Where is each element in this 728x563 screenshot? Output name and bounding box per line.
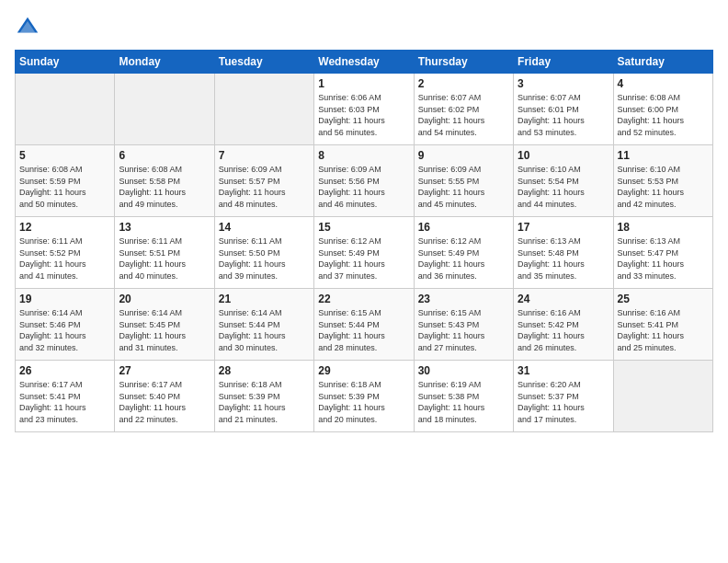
calendar-cell: 25Sunrise: 6:16 AM Sunset: 5:41 PM Dayli… <box>613 289 712 361</box>
header-row <box>15 15 713 40</box>
day-info: Sunrise: 6:16 AM Sunset: 5:41 PM Dayligh… <box>618 307 709 353</box>
day-number: 2 <box>418 77 509 90</box>
day-info: Sunrise: 6:11 AM Sunset: 5:52 PM Dayligh… <box>19 236 110 282</box>
day-info: Sunrise: 6:09 AM Sunset: 5:57 PM Dayligh… <box>219 164 310 210</box>
day-number: 15 <box>318 221 409 234</box>
day-info: Sunrise: 6:07 AM Sunset: 6:01 PM Dayligh… <box>518 92 609 138</box>
calendar-cell: 9Sunrise: 6:09 AM Sunset: 5:55 PM Daylig… <box>414 145 513 217</box>
day-info: Sunrise: 6:08 AM Sunset: 5:58 PM Dayligh… <box>119 164 210 210</box>
day-number: 24 <box>518 293 609 305</box>
day-info: Sunrise: 6:14 AM Sunset: 5:45 PM Dayligh… <box>119 307 210 353</box>
calendar-cell <box>613 361 712 432</box>
day-info: Sunrise: 6:08 AM Sunset: 6:00 PM Dayligh… <box>618 92 709 138</box>
day-info: Sunrise: 6:10 AM Sunset: 5:54 PM Dayligh… <box>518 164 609 210</box>
day-number: 29 <box>318 364 409 377</box>
day-info: Sunrise: 6:09 AM Sunset: 5:56 PM Dayligh… <box>318 164 409 210</box>
day-number: 28 <box>219 364 310 377</box>
day-info: Sunrise: 6:12 AM Sunset: 5:49 PM Dayligh… <box>418 236 509 282</box>
day-info: Sunrise: 6:14 AM Sunset: 5:46 PM Dayligh… <box>19 307 110 353</box>
calendar-cell: 16Sunrise: 6:12 AM Sunset: 5:49 PM Dayli… <box>414 217 513 289</box>
day-info: Sunrise: 6:17 AM Sunset: 5:40 PM Dayligh… <box>119 379 210 425</box>
day-number: 1 <box>318 77 409 90</box>
calendar-cell: 15Sunrise: 6:12 AM Sunset: 5:49 PM Dayli… <box>314 217 414 289</box>
calendar-cell: 28Sunrise: 6:18 AM Sunset: 5:39 PM Dayli… <box>214 361 313 432</box>
calendar-cell: 30Sunrise: 6:19 AM Sunset: 5:38 PM Dayli… <box>414 361 513 432</box>
day-number: 5 <box>19 149 110 162</box>
calendar-cell: 29Sunrise: 6:18 AM Sunset: 5:39 PM Dayli… <box>314 361 414 432</box>
day-info: Sunrise: 6:12 AM Sunset: 5:49 PM Dayligh… <box>318 236 409 282</box>
calendar-table: SundayMondayTuesdayWednesdayThursdayFrid… <box>15 50 713 432</box>
day-number: 27 <box>119 364 210 377</box>
calendar-cell: 17Sunrise: 6:13 AM Sunset: 5:48 PM Dayli… <box>514 217 613 289</box>
calendar-cell: 18Sunrise: 6:13 AM Sunset: 5:47 PM Dayli… <box>613 217 712 289</box>
day-info: Sunrise: 6:18 AM Sunset: 5:39 PM Dayligh… <box>219 379 310 425</box>
day-number: 3 <box>518 77 609 90</box>
day-number: 31 <box>518 364 609 377</box>
calendar-cell: 24Sunrise: 6:16 AM Sunset: 5:42 PM Dayli… <box>514 289 613 361</box>
day-number: 8 <box>318 149 409 162</box>
day-info: Sunrise: 6:15 AM Sunset: 5:44 PM Dayligh… <box>318 307 409 353</box>
day-number: 10 <box>518 149 609 162</box>
day-number: 21 <box>219 293 310 305</box>
day-info: Sunrise: 6:17 AM Sunset: 5:41 PM Dayligh… <box>19 379 110 425</box>
day-header-saturday: Saturday <box>613 51 712 74</box>
calendar-cell <box>16 74 115 145</box>
calendar-cell: 14Sunrise: 6:11 AM Sunset: 5:50 PM Dayli… <box>214 217 313 289</box>
week-row-5: 26Sunrise: 6:17 AM Sunset: 5:41 PM Dayli… <box>16 361 713 432</box>
day-info: Sunrise: 6:10 AM Sunset: 5:53 PM Dayligh… <box>618 164 709 210</box>
day-number: 11 <box>618 149 709 162</box>
calendar-cell: 1Sunrise: 6:06 AM Sunset: 6:03 PM Daylig… <box>314 74 414 145</box>
day-info: Sunrise: 6:06 AM Sunset: 6:03 PM Dayligh… <box>318 92 409 138</box>
day-header-friday: Friday <box>514 51 613 74</box>
day-info: Sunrise: 6:18 AM Sunset: 5:39 PM Dayligh… <box>318 379 409 425</box>
day-number: 20 <box>119 293 210 305</box>
calendar-cell: 7Sunrise: 6:09 AM Sunset: 5:57 PM Daylig… <box>214 145 313 217</box>
calendar-cell: 8Sunrise: 6:09 AM Sunset: 5:56 PM Daylig… <box>314 145 414 217</box>
day-number: 16 <box>418 221 509 234</box>
logo <box>15 15 44 40</box>
day-number: 25 <box>618 293 709 305</box>
day-info: Sunrise: 6:14 AM Sunset: 5:44 PM Dayligh… <box>219 307 310 353</box>
day-number: 18 <box>618 221 709 234</box>
calendar-cell: 12Sunrise: 6:11 AM Sunset: 5:52 PM Dayli… <box>16 217 115 289</box>
calendar-cell: 4Sunrise: 6:08 AM Sunset: 6:00 PM Daylig… <box>613 74 712 145</box>
week-row-3: 12Sunrise: 6:11 AM Sunset: 5:52 PM Dayli… <box>16 217 713 289</box>
calendar-cell <box>214 74 313 145</box>
calendar-cell: 27Sunrise: 6:17 AM Sunset: 5:40 PM Dayli… <box>115 361 214 432</box>
day-info: Sunrise: 6:20 AM Sunset: 5:37 PM Dayligh… <box>518 379 609 425</box>
logo-icon <box>15 15 40 40</box>
header-row-days: SundayMondayTuesdayWednesdayThursdayFrid… <box>16 51 713 74</box>
day-number: 30 <box>418 364 509 377</box>
calendar-cell: 26Sunrise: 6:17 AM Sunset: 5:41 PM Dayli… <box>16 361 115 432</box>
day-info: Sunrise: 6:07 AM Sunset: 6:02 PM Dayligh… <box>418 92 509 138</box>
calendar-cell: 2Sunrise: 6:07 AM Sunset: 6:02 PM Daylig… <box>414 74 513 145</box>
week-row-2: 5Sunrise: 6:08 AM Sunset: 5:59 PM Daylig… <box>16 145 713 217</box>
day-number: 4 <box>618 77 709 90</box>
day-info: Sunrise: 6:11 AM Sunset: 5:50 PM Dayligh… <box>219 236 310 282</box>
day-header-sunday: Sunday <box>16 51 115 74</box>
day-info: Sunrise: 6:09 AM Sunset: 5:55 PM Dayligh… <box>418 164 509 210</box>
day-header-thursday: Thursday <box>414 51 513 74</box>
week-row-1: 1Sunrise: 6:06 AM Sunset: 6:03 PM Daylig… <box>16 74 713 145</box>
calendar-cell: 31Sunrise: 6:20 AM Sunset: 5:37 PM Dayli… <box>514 361 613 432</box>
day-info: Sunrise: 6:13 AM Sunset: 5:47 PM Dayligh… <box>618 236 709 282</box>
day-header-monday: Monday <box>115 51 214 74</box>
calendar-cell: 23Sunrise: 6:15 AM Sunset: 5:43 PM Dayli… <box>414 289 513 361</box>
calendar-cell: 3Sunrise: 6:07 AM Sunset: 6:01 PM Daylig… <box>514 74 613 145</box>
calendar-cell <box>115 74 214 145</box>
day-info: Sunrise: 6:16 AM Sunset: 5:42 PM Dayligh… <box>518 307 609 353</box>
day-number: 22 <box>318 293 409 305</box>
day-number: 13 <box>119 221 210 234</box>
day-info: Sunrise: 6:19 AM Sunset: 5:38 PM Dayligh… <box>418 379 509 425</box>
day-header-tuesday: Tuesday <box>214 51 313 74</box>
calendar-cell: 19Sunrise: 6:14 AM Sunset: 5:46 PM Dayli… <box>16 289 115 361</box>
day-number: 17 <box>518 221 609 234</box>
day-number: 26 <box>19 364 110 377</box>
day-number: 14 <box>219 221 310 234</box>
calendar-cell: 21Sunrise: 6:14 AM Sunset: 5:44 PM Dayli… <box>214 289 313 361</box>
calendar-cell: 20Sunrise: 6:14 AM Sunset: 5:45 PM Dayli… <box>115 289 214 361</box>
calendar-cell: 6Sunrise: 6:08 AM Sunset: 5:58 PM Daylig… <box>115 145 214 217</box>
day-info: Sunrise: 6:15 AM Sunset: 5:43 PM Dayligh… <box>418 307 509 353</box>
day-number: 7 <box>219 149 310 162</box>
day-number: 23 <box>418 293 509 305</box>
